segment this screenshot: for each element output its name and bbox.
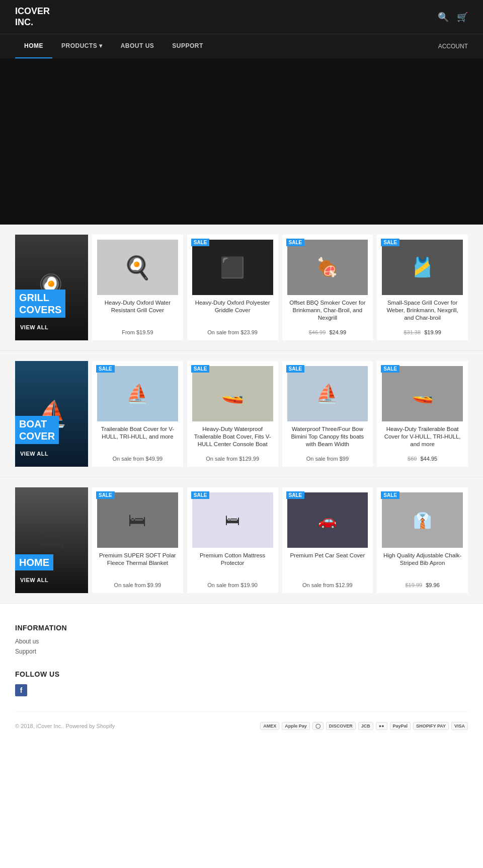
product-title: Heavy-Duty Oxford Water Resistant Grill … (97, 299, 178, 327)
product-card[interactable]: 🍳 Heavy-Duty Oxford Water Resistant Gril… (92, 235, 183, 340)
product-image: 🚤 (382, 366, 463, 421)
footer: INFORMATION About us Support FOLLOW US f… (0, 604, 483, 740)
follow-heading: FOLLOW US (15, 670, 468, 678)
home-section-label: HOME (15, 554, 53, 570)
brand-logo[interactable]: ICOVER INC. (15, 6, 50, 28)
facebook-icon[interactable]: f (15, 684, 27, 696)
nav-bar: HOME PRODUCTS ▾ ABOUT US SUPPORT Account (0, 34, 483, 58)
product-price: From $19.59 (122, 329, 153, 335)
payment-shopify: SHOPIFY PAY (413, 722, 449, 730)
home-view-all[interactable]: VIEW ALL (20, 577, 48, 583)
grill-banner[interactable]: 🍳 GRILLCOVERS VIEW ALL (15, 235, 88, 340)
hero-banner (0, 58, 483, 225)
support-link[interactable]: Support (15, 648, 468, 655)
boat-view-all[interactable]: VIEW ALL (20, 451, 48, 457)
product-card[interactable]: SALE 🍖 Offset BBQ Smoker Cover for Brink… (282, 235, 373, 340)
product-title: Offset BBQ Smoker Cover for Brinkmann, C… (287, 299, 368, 327)
nav-products[interactable]: PRODUCTS ▾ (52, 34, 112, 58)
sale-badge: SALE (381, 365, 399, 373)
about-us-link[interactable]: About us (15, 638, 468, 645)
product-price: $60 $44.95 (408, 456, 437, 462)
sale-badge: SALE (96, 365, 115, 373)
product-title: Heavy-Duty Waterproof Trailerable Boat C… (192, 425, 273, 453)
grill-view-all[interactable]: VIEW ALL (20, 324, 48, 330)
sale-badge: SALE (286, 491, 305, 499)
payment-diners: ◯ (312, 722, 324, 730)
information-heading: INFORMATION (15, 624, 468, 632)
payment-icons: AMEX Apple Pay ◯ DISCOVER JCB ●● PayPal … (260, 722, 468, 730)
product-image: 🛏 (97, 492, 178, 548)
sale-badge: SALE (191, 239, 210, 246)
payment-discover: DISCOVER (326, 722, 356, 730)
account-link[interactable]: Account (438, 43, 468, 50)
product-card[interactable]: SALE 🚤 Heavy-Duty Waterproof Trailerable… (187, 361, 278, 467)
grill-section-label: GRILLCOVERS (15, 290, 65, 318)
boat-banner[interactable]: ⛵ BOATCOVER VIEW ALL (15, 361, 88, 467)
sale-badge: SALE (286, 239, 305, 246)
follow-us-section: FOLLOW US f (15, 670, 468, 696)
product-price: $46.99 $24.99 (309, 329, 346, 335)
copyright-text: © 2018, iCover Inc.. Powered by Shopify (15, 723, 115, 729)
product-image: 🛏 (192, 492, 273, 548)
payment-amex: AMEX (260, 722, 279, 730)
product-price: On sale from $19.90 (207, 582, 258, 588)
home-section: 🛏 HOME VIEW ALL SALE 🛏 Premium SUPER SOF… (0, 477, 483, 604)
product-title: Premium SUPER SOFT Polar Fleece Thermal … (97, 552, 178, 580)
sale-badge: SALE (191, 365, 210, 373)
product-image: ⬛ (192, 240, 273, 295)
product-image: 🍳 (97, 240, 178, 295)
product-title: Small-Space Grill Cover for Weber, Brink… (382, 299, 463, 327)
sale-badge: SALE (286, 365, 305, 373)
nav-links: HOME PRODUCTS ▾ ABOUT US SUPPORT (15, 34, 212, 58)
search-icon[interactable]: 🔍 (438, 12, 449, 23)
product-card[interactable]: SALE 🚤 Heavy-Duty Trailerable Boat Cover… (377, 361, 468, 467)
product-card[interactable]: SALE 🚗 Premium Pet Car Seat Cover On sal… (282, 487, 373, 593)
product-title: Heavy-Duty Oxford Polyester Griddle Cove… (192, 299, 273, 327)
footer-information: INFORMATION About us Support (15, 624, 468, 655)
product-price: On sale from $9.99 (114, 582, 162, 588)
nav-about[interactable]: ABOUT US (112, 34, 164, 58)
home-banner[interactable]: 🛏 HOME VIEW ALL (15, 487, 88, 593)
nav-home[interactable]: HOME (15, 34, 52, 58)
grill-covers-section: 🍳 GRILLCOVERS VIEW ALL 🍳 Heavy-Duty Oxfo… (0, 225, 483, 351)
product-title: Premium Pet Car Seat Cover (290, 552, 365, 580)
payment-jcb: JCB (358, 722, 373, 730)
product-card[interactable]: SALE 🎽 Small-Space Grill Cover for Weber… (377, 235, 468, 340)
product-image: 🚤 (192, 366, 273, 421)
footer-bottom: © 2018, iCover Inc.. Powered by Shopify … (15, 711, 468, 730)
product-title: Waterproof Three/Four Bow Bimini Top Can… (287, 425, 368, 453)
boat-cover-section: ⛵ BOATCOVER VIEW ALL SALE ⛵ Trailerable … (0, 351, 483, 477)
product-card[interactable]: SALE ⛵ Trailerable Boat Cover for V-HULL… (92, 361, 183, 467)
product-price: On sale from $129.99 (206, 456, 259, 462)
product-image: ⛵ (97, 366, 178, 421)
sale-badge: SALE (191, 491, 210, 499)
product-price: On sale from $49.99 (113, 456, 163, 462)
home-products-grid: SALE 🛏 Premium SUPER SOFT Polar Fleece T… (92, 487, 468, 593)
product-price: On sale from $23.99 (207, 329, 258, 335)
product-card[interactable]: SALE ⬛ Heavy-Duty Oxford Polyester Gridd… (187, 235, 278, 340)
boat-products-grid: SALE ⛵ Trailerable Boat Cover for V-HULL… (92, 361, 468, 467)
header-icons: 🔍 🛒 (438, 12, 468, 23)
product-title: Heavy-Duty Trailerable Boat Cover for V-… (382, 425, 463, 453)
payment-master: ●● (376, 722, 387, 730)
payment-paypal: PayPal (390, 722, 411, 730)
product-price: On sale from $12.99 (302, 582, 353, 588)
grill-products-grid: 🍳 Heavy-Duty Oxford Water Resistant Gril… (92, 235, 468, 340)
product-image: ⛵ (287, 366, 368, 421)
product-card[interactable]: SALE ⛵ Waterproof Three/Four Bow Bimini … (282, 361, 373, 467)
sale-badge: SALE (381, 239, 399, 246)
product-card[interactable]: SALE 👔 High Quality Adjustable Chalk-Str… (377, 487, 468, 593)
sale-badge: SALE (381, 491, 399, 499)
cart-icon[interactable]: 🛒 (457, 12, 468, 23)
product-price: On sale from $99 (306, 456, 349, 462)
nav-support[interactable]: SUPPORT (163, 34, 212, 58)
product-image: 🎽 (382, 240, 463, 295)
product-card[interactable]: SALE 🛏 Premium SUPER SOFT Polar Fleece T… (92, 487, 183, 593)
product-image: 🚗 (287, 492, 368, 548)
product-title: Premium Cotton Mattress Protector (192, 552, 273, 580)
product-card[interactable]: SALE 🛏 Premium Cotton Mattress Protector… (187, 487, 278, 593)
product-title: Trailerable Boat Cover for V-HULL, TRI-H… (97, 425, 178, 453)
boat-section-label: BOATCOVER (15, 416, 59, 444)
product-image: 🍖 (287, 240, 368, 295)
product-title: High Quality Adjustable Chalk-Striped Bi… (382, 552, 463, 580)
